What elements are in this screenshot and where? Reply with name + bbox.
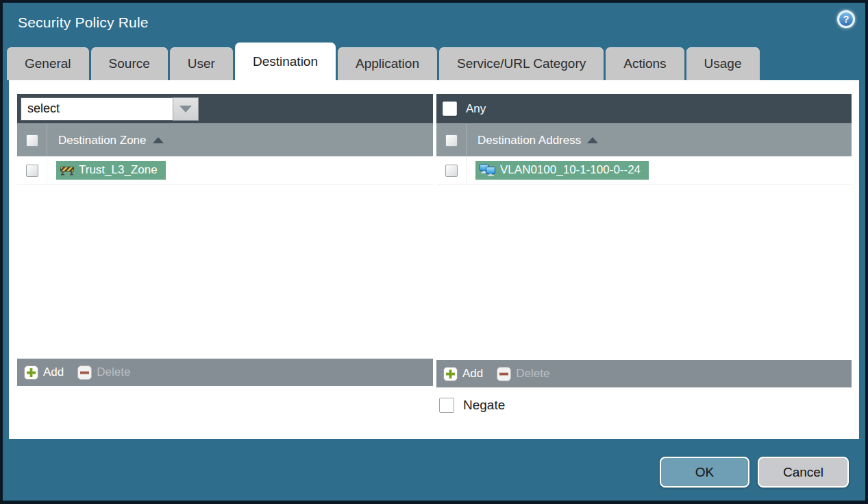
table-row[interactable]: VLAN0100_10-1-100-0--24 <box>436 156 852 185</box>
address-delete-label: Delete <box>516 367 549 381</box>
zone-add-button[interactable]: Add <box>24 365 64 380</box>
zone-select-dropdown-button[interactable] <box>173 97 199 121</box>
zone-row-checkbox-cell <box>17 156 47 184</box>
destination-tab-content: select Destination Zone <box>9 80 859 439</box>
address-any-header: Any <box>436 94 852 123</box>
zone-add-label: Add <box>43 365 64 379</box>
address-add-button[interactable]: Add <box>443 367 483 381</box>
address-row-checkbox[interactable] <box>445 165 458 177</box>
destination-zone-panel: select Destination Zone <box>17 94 433 386</box>
zone-select-combo: select <box>21 97 199 121</box>
address-chip-label: VLAN0100_10-1-100-0--24 <box>500 163 641 177</box>
tab-actions[interactable]: Actions <box>606 47 684 80</box>
address-any-checkbox[interactable] <box>443 101 457 116</box>
zone-select-all-cell <box>17 124 47 156</box>
tab-service-url-category[interactable]: Service/URL Category <box>439 47 604 80</box>
sort-ascending-icon <box>153 137 164 143</box>
address-any-label: Any <box>466 102 486 116</box>
tab-general[interactable]: General <box>7 47 89 80</box>
security-policy-rule-dialog: Security Policy Rule ? General Source Us… <box>3 3 865 501</box>
address-chip-vlan0100[interactable]: VLAN0100_10-1-100-0--24 <box>475 161 649 180</box>
zone-rows: Trust_L3_Zone <box>17 156 433 359</box>
dialog-titlebar: Security Policy Rule ? <box>3 3 865 43</box>
zone-toolbar: select <box>17 94 433 123</box>
zone-select-input[interactable]: select <box>21 97 173 121</box>
sort-ascending-icon <box>587 137 598 143</box>
tab-usage[interactable]: Usage <box>686 47 760 80</box>
tab-user[interactable]: User <box>170 47 233 80</box>
zone-delete-button[interactable]: Delete <box>77 365 130 380</box>
zone-row-checkbox[interactable] <box>26 165 38 177</box>
dialog-tabs: General Source User Destination Applicat… <box>7 43 861 80</box>
tab-destination[interactable]: Destination <box>235 43 336 80</box>
minus-icon <box>77 365 92 380</box>
zone-select-all-checkbox[interactable] <box>26 134 38 147</box>
zone-column-title: Destination Zone <box>58 134 147 147</box>
address-select-all-checkbox[interactable] <box>445 134 458 147</box>
help-icon[interactable]: ? <box>837 10 855 28</box>
zone-delete-label: Delete <box>97 365 130 379</box>
address-select-all-cell <box>436 124 467 156</box>
negate-checkbox[interactable] <box>439 398 454 413</box>
plus-icon <box>24 365 38 380</box>
address-footer: Add Delete <box>436 360 852 387</box>
minus-icon <box>497 367 511 381</box>
address-column-header[interactable]: Destination Address <box>436 123 852 156</box>
cancel-button[interactable]: Cancel <box>758 457 849 488</box>
negate-label: Negate <box>463 398 505 413</box>
table-row[interactable]: Trust_L3_Zone <box>17 156 433 185</box>
zone-barrier-icon <box>60 165 74 176</box>
network-address-icon <box>480 164 495 176</box>
plus-icon <box>443 367 458 381</box>
dialog-title: Security Policy Rule <box>18 14 149 31</box>
negate-row: Negate <box>439 398 505 413</box>
zone-footer: Add Delete <box>17 359 433 386</box>
destination-address-panel: Any Destination Address <box>436 94 852 387</box>
tab-source[interactable]: Source <box>91 47 168 80</box>
address-column-title: Destination Address <box>478 134 581 147</box>
address-row-checkbox-cell <box>436 156 467 184</box>
zone-column-header[interactable]: Destination Zone <box>17 123 433 156</box>
address-add-label: Add <box>462 367 483 381</box>
ok-button[interactable]: OK <box>660 457 749 488</box>
chevron-down-icon <box>179 106 192 112</box>
tab-application[interactable]: Application <box>338 47 437 80</box>
zone-chip-label: Trust_L3_Zone <box>79 163 158 177</box>
zone-chip-trust-l3-zone[interactable]: Trust_L3_Zone <box>56 161 166 180</box>
help-question-glyph: ? <box>839 12 853 26</box>
address-delete-button[interactable]: Delete <box>497 367 549 381</box>
address-rows: VLAN0100_10-1-100-0--24 <box>436 156 852 360</box>
